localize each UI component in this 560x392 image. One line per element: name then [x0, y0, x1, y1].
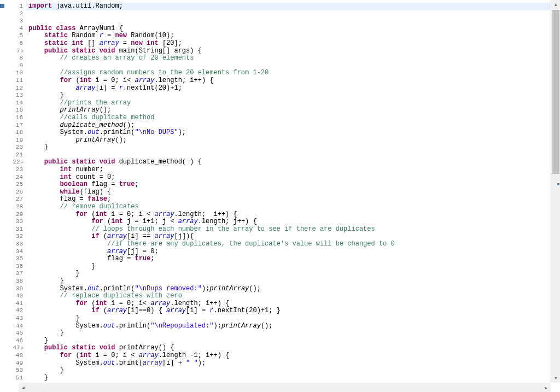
line-number[interactable]: 16: [8, 114, 23, 122]
code-line[interactable]: }: [26, 315, 560, 323]
code-line[interactable]: printArray();: [26, 107, 560, 114]
line-number[interactable]: 28: [8, 203, 23, 211]
code-line[interactable]: for (int i = 0; i < array.length -1; i++…: [26, 352, 560, 360]
vertical-scrollbar[interactable]: ▲ ▼: [551, 0, 560, 383]
code-line[interactable]: public static void printArray() {: [26, 344, 560, 352]
line-number[interactable]: 21: [8, 151, 23, 159]
line-number[interactable]: 6: [8, 40, 23, 48]
code-line[interactable]: for (int i = 0; i < array.length; i++) {: [26, 211, 560, 219]
code-line[interactable]: }: [26, 144, 560, 151]
code-line[interactable]: }: [26, 375, 560, 382]
line-number[interactable]: 36: [8, 263, 23, 271]
line-number[interactable]: 15: [8, 107, 23, 114]
code-line[interactable]: public static void duplicate_method( ) {: [26, 159, 560, 166]
code-line[interactable]: [26, 17, 560, 25]
line-number[interactable]: 9: [8, 62, 23, 70]
line-number[interactable]: 3: [8, 17, 23, 25]
code-line[interactable]: }: [26, 367, 560, 375]
code-line[interactable]: [26, 151, 560, 159]
code-line[interactable]: [26, 10, 560, 18]
code-line[interactable]: //prints the array: [26, 100, 560, 107]
line-number[interactable]: 51: [8, 375, 23, 382]
code-line[interactable]: flag = false;: [26, 196, 560, 203]
scroll-down-arrow[interactable]: ▼: [551, 373, 560, 383]
line-number[interactable]: 13: [8, 92, 23, 100]
line-number[interactable]: 33: [8, 241, 23, 248]
code-line[interactable]: }: [26, 263, 560, 271]
line-number[interactable]: 2: [8, 10, 23, 18]
code-line[interactable]: }: [26, 278, 560, 285]
line-number[interactable]: 20: [8, 144, 23, 151]
code-line[interactable]: public static void main(String[] args) {: [26, 48, 560, 55]
line-number[interactable]: 5: [8, 32, 23, 40]
code-line[interactable]: System.out.println("\nRepopulated:");pri…: [26, 323, 560, 330]
code-line[interactable]: for (int j = i+1; j < array.length; j++)…: [26, 218, 560, 226]
code-line[interactable]: }: [26, 270, 560, 278]
scroll-left-arrow[interactable]: ◀: [19, 383, 28, 392]
code-line[interactable]: }: [26, 330, 560, 337]
line-number[interactable]: 14: [8, 100, 23, 107]
line-number[interactable]: 12: [8, 85, 23, 92]
code-line[interactable]: duplicate_method();: [26, 122, 560, 130]
line-number[interactable]: 26: [8, 189, 23, 196]
code-line[interactable]: while(flag) {: [26, 189, 560, 196]
code-line[interactable]: public class ArrayNum1 {: [26, 25, 560, 33]
code-line[interactable]: if (array[i]==0) { array[i] = r.nextInt(…: [26, 307, 560, 315]
line-number[interactable]: 18: [8, 129, 23, 137]
line-number[interactable]: 30: [8, 218, 23, 226]
line-number[interactable]: 29: [8, 211, 23, 219]
line-number[interactable]: 22⊖: [8, 159, 23, 166]
line-number[interactable]: 25: [8, 181, 23, 189]
code-line[interactable]: boolean flag = true;: [26, 181, 560, 189]
code-line[interactable]: int number;: [26, 166, 560, 174]
line-number[interactable]: 47⊖: [8, 344, 23, 352]
code-line[interactable]: //assigns random numbers to the 20 eleme…: [26, 69, 560, 77]
code-line[interactable]: [26, 62, 560, 70]
line-number[interactable]: 40: [8, 292, 23, 300]
line-number[interactable]: 49: [8, 360, 23, 367]
line-number[interactable]: 42: [8, 307, 23, 315]
line-number[interactable]: 38: [8, 278, 23, 285]
line-number[interactable]: 39: [8, 285, 23, 293]
code-line[interactable]: //calls duplicate_method: [26, 114, 560, 122]
scroll-up-arrow[interactable]: ▲: [551, 0, 560, 9]
code-line[interactable]: System.out.println("\nNo DUPS");: [26, 129, 560, 137]
code-line[interactable]: for (int i = 0; i< array.length; i++) {: [26, 300, 560, 308]
code-line[interactable]: if (array[i] == array[j]){: [26, 233, 560, 241]
code-line[interactable]: // remove duplicates: [26, 203, 560, 211]
code-line[interactable]: int count = 0;: [26, 174, 560, 182]
line-number[interactable]: 46: [8, 337, 23, 345]
scroll-right-arrow[interactable]: ▶: [541, 383, 551, 392]
code-line[interactable]: System.out.println("\nDups removed:");pr…: [26, 285, 560, 293]
line-number[interactable]: 10: [8, 69, 23, 77]
line-number-gutter[interactable]: 1234567⊖8910111213141516171819202122⊖232…: [8, 0, 26, 383]
code-line[interactable]: printArray();: [26, 137, 560, 144]
code-line[interactable]: }: [26, 92, 560, 100]
line-number[interactable]: 1: [8, 3, 23, 10]
line-number[interactable]: 31: [8, 226, 23, 233]
code-line[interactable]: // loops through each number in the arra…: [26, 226, 560, 233]
line-number[interactable]: 37: [8, 270, 23, 278]
code-line[interactable]: System.out.print(array[i] + " ");: [26, 360, 560, 367]
line-number[interactable]: 7⊖: [8, 48, 23, 55]
line-number[interactable]: 45: [8, 330, 23, 337]
code-line[interactable]: array[i] = r.nextInt(20)+1;: [26, 85, 560, 92]
line-number[interactable]: 17: [8, 122, 23, 130]
line-number[interactable]: 50: [8, 367, 23, 375]
line-number[interactable]: 4: [8, 25, 23, 33]
code-line[interactable]: static Random r = new Random(10);: [26, 32, 560, 40]
line-number[interactable]: 23: [8, 166, 23, 174]
line-number[interactable]: 32: [8, 233, 23, 241]
horizontal-scrollbar[interactable]: ◀ ▶: [19, 383, 551, 392]
code-line[interactable]: for (int i = 0; i< array.length; i++) {: [26, 77, 560, 85]
line-number[interactable]: 35: [8, 255, 23, 263]
line-number[interactable]: 8: [8, 55, 23, 62]
line-number[interactable]: 48: [8, 352, 23, 360]
code-line[interactable]: static int [] array = new int [20];: [26, 40, 560, 48]
line-number[interactable]: 43: [8, 315, 23, 323]
code-line[interactable]: // creates an array of 20 elements: [26, 55, 560, 62]
line-number[interactable]: 19: [8, 137, 23, 144]
line-number[interactable]: 44: [8, 323, 23, 330]
code-line[interactable]: // replace duplicates with zero: [26, 292, 560, 300]
code-line[interactable]: flag = true;: [26, 255, 560, 263]
